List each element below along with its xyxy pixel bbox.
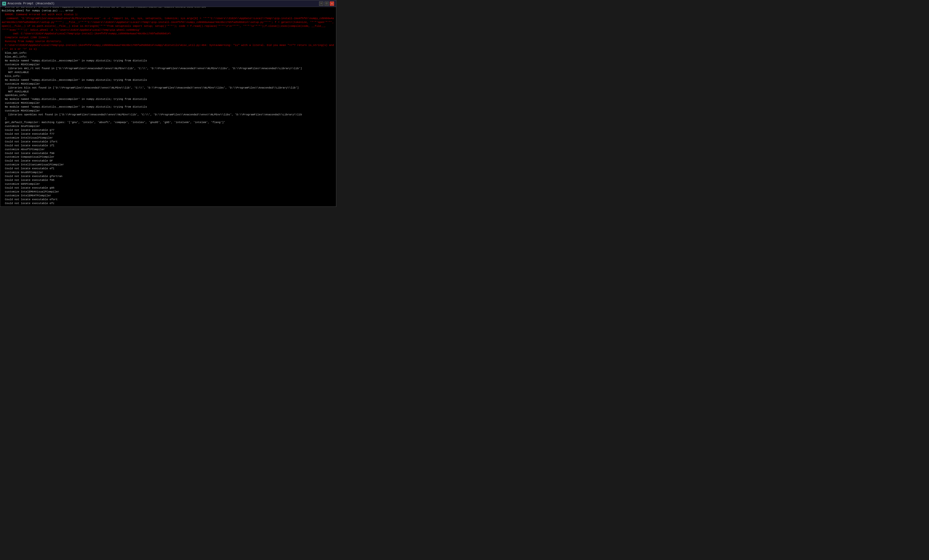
terminal-line: Stored in directory: c:\users\31024\appd…	[2, 7, 334, 9]
app-icon: A	[2, 2, 6, 6]
terminal-line: customize IntelEM64VisualFCompiler	[2, 190, 334, 194]
terminal-line: No module named 'numpy.distutils._msvcco…	[2, 59, 334, 63]
terminal-line: customize GnuFCompiler	[2, 124, 334, 129]
terminal-line: Could not locate executable g77	[2, 129, 334, 132]
terminal-line: Could not locate executable ifort	[2, 140, 334, 144]
terminal-line: Could not locate executable g95	[2, 186, 334, 190]
terminal-line: libraries blis not found in ['D:\\Progra…	[2, 86, 334, 90]
terminal-line: libraries mkl_rt not found in ['D:\\Prog…	[2, 67, 334, 70]
terminal-line: customize CompaqVisualFCompiler	[2, 155, 334, 159]
terminal-line: customize Gnu95FCompiler	[2, 171, 334, 174]
terminal-line: customize MSVCCompiler	[2, 63, 334, 67]
maximize-button[interactable]: □	[324, 2, 329, 6]
terminal-line: Building wheel for numpy (setup.py) ... …	[2, 9, 334, 13]
terminal-line: Could not locate executable f77	[2, 132, 334, 136]
terminal-line: NOT AVAILABLE	[2, 70, 334, 75]
terminal-line: ERROR: Command errored out with exit sta…	[2, 13, 334, 17]
terminal-line: ]	[2, 117, 334, 121]
terminal-line: customize MSVCCompiler	[2, 109, 334, 113]
terminal-line: Could not locate executable efc	[2, 202, 334, 205]
terminal-line: Complete output (288 lines):	[2, 36, 334, 40]
terminal-line: get_default_fcompiler: matching types: '…	[2, 121, 334, 124]
terminal-line: blis_info:	[2, 75, 334, 78]
terminal-line: customize IntelItaniumVisualFCompiler	[2, 163, 334, 167]
terminal-line: Could not locate executable efort	[2, 198, 334, 202]
terminal-line: blas_opt_info:	[2, 51, 334, 55]
terminal-line: NOT AVAILABLE	[2, 90, 334, 94]
terminal-output[interactable]: Building wheel for gluonnlp (setup.py) .…	[0, 7, 336, 207]
anaconda-prompt-window: A Anaconda Prompt (Anaconda3) ─ □ ✕ Buil…	[0, 0, 336, 207]
terminal-line: No module named 'numpy.distutils._msvcco…	[2, 105, 334, 109]
terminal-line: cwd: C:\Users\31024\AppData\Local\Temp\p…	[2, 32, 334, 36]
title-bar: A Anaconda Prompt (Anaconda3) ─ □ ✕	[0, 0, 336, 7]
terminal-line: customize MSVCCompiler	[2, 101, 334, 105]
terminal-line: C:\Users\31024\AppData\Local\Temp\pip-in…	[2, 43, 334, 51]
terminal-line: customize AbsoftFCompiler	[2, 148, 334, 151]
terminal-line: Could not locate executable f90	[2, 151, 334, 156]
terminal-line: No module named 'numpy.distutils._msvcco…	[2, 98, 334, 101]
close-button[interactable]: ✕	[330, 2, 334, 6]
terminal-line: Could not locate executable DF	[2, 159, 334, 163]
terminal-line: Could not locate executable gfortran	[2, 174, 334, 179]
window-title: Anaconda Prompt (Anaconda3)	[8, 2, 54, 5]
terminal-line: customize IntelVisualFCompiler	[2, 136, 334, 140]
window-controls: ─ □ ✕	[319, 2, 334, 6]
terminal-line: openblas_info:	[2, 93, 334, 98]
terminal-line: customize G95FCompiler	[2, 182, 334, 186]
terminal-line: command: 'D:\ProgramFiles\Anaconda3\envs…	[2, 17, 334, 32]
terminal-line: libraries openblas not found in ['D:\\Pr…	[2, 113, 334, 117]
terminal-line: Could not locate executable efl	[2, 167, 334, 171]
terminal-line: Could not locate executable ifl	[2, 144, 334, 148]
terminal-line: customize IntelEM64TFCompiler	[2, 194, 334, 198]
terminal-line: No module named 'numpy.distutils._msvcco…	[2, 78, 334, 82]
terminal-line: blas_mkl_info:	[2, 55, 334, 59]
minimize-button[interactable]: ─	[319, 2, 323, 6]
terminal-line: customize MSVCCompiler	[2, 82, 334, 86]
title-bar-left: A Anaconda Prompt (Anaconda3)	[2, 2, 54, 6]
terminal-line: Could not locate executable f95	[2, 179, 334, 182]
terminal-line: Running from numpy source directory.	[2, 40, 334, 43]
